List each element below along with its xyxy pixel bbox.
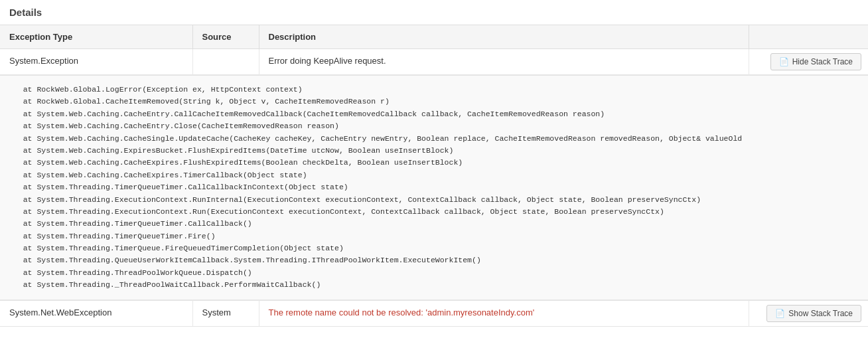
section-title: Details xyxy=(0,0,868,25)
stack-trace-row: at RockWeb.Global.LogError(Exception ex,… xyxy=(0,75,868,301)
file-icon: 📄 xyxy=(779,57,789,66)
header-description: Description xyxy=(259,25,749,49)
exception-type-cell: System.Net.WebException xyxy=(0,300,192,326)
file-icon: 📄 xyxy=(775,309,785,318)
description-value: The remote name could not be resolved: '… xyxy=(269,308,535,317)
header-exception-type: Exception Type xyxy=(0,25,192,49)
exception-type-value: System.Net.WebException xyxy=(9,308,111,317)
header-source: Source xyxy=(192,25,259,49)
table-header-row: Exception Type Source Description xyxy=(0,25,868,49)
table-row: System.Net.WebExceptionSystemThe remote … xyxy=(0,300,868,326)
action-cell: 📄Show Stack Trace xyxy=(749,300,868,326)
table-row: System.ExceptionError doing KeepAlive re… xyxy=(0,49,868,75)
exception-type-cell: System.Exception xyxy=(0,49,192,75)
details-section: Details Exception Type Source Descriptio… xyxy=(0,0,868,327)
description-cell: Error doing KeepAlive request. xyxy=(259,49,749,75)
header-action xyxy=(749,25,868,49)
stack-trace-content: at RockWeb.Global.LogError(Exception ex,… xyxy=(0,75,868,300)
stack-trace-cell: at RockWeb.Global.LogError(Exception ex,… xyxy=(0,75,868,301)
exceptions-table-wrapper: Exception Type Source Description System… xyxy=(0,25,868,327)
description-cell: The remote name could not be resolved: '… xyxy=(259,300,749,326)
stack-trace-button-label: Hide Stack Trace xyxy=(792,57,853,66)
hide-stack-trace-button[interactable]: 📄Hide Stack Trace xyxy=(770,53,861,70)
show-stack-trace-button[interactable]: 📄Show Stack Trace xyxy=(766,305,861,322)
description-value: Error doing KeepAlive request. xyxy=(269,56,386,66)
source-cell xyxy=(192,49,259,75)
exceptions-table: Exception Type Source Description System… xyxy=(0,25,868,327)
exception-type-value: System.Exception xyxy=(9,56,78,66)
source-cell: System xyxy=(192,300,259,326)
source-value: System xyxy=(202,308,231,317)
action-cell: 📄Hide Stack Trace xyxy=(749,49,868,75)
stack-trace-button-label: Show Stack Trace xyxy=(788,309,853,318)
